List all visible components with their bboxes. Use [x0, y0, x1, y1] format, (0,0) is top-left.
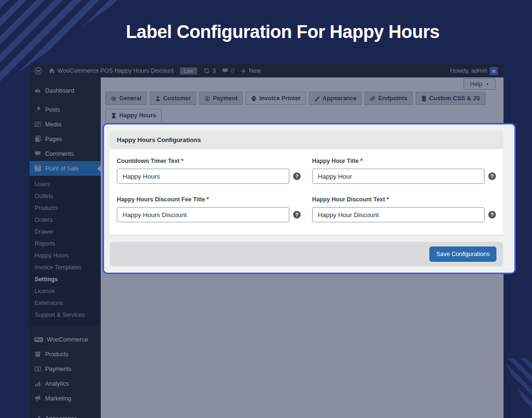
corner-stripes-bottom-right	[504, 358, 532, 418]
submenu-item-drawer[interactable]: Drawer	[29, 226, 101, 238]
sidebar-item-dashboard[interactable]: Dashboard	[29, 83, 101, 98]
howdy-text: Howdy, admin	[450, 67, 487, 74]
submenu-item-extensions[interactable]: Extensions	[29, 297, 101, 309]
tab-label: Customer	[163, 95, 191, 102]
megaphone-icon	[34, 395, 41, 402]
submenu-item-happy-hours[interactable]: Happy Hours	[29, 249, 101, 261]
submenu-item-reports[interactable]: Reports	[29, 238, 101, 249]
home-icon	[48, 67, 55, 74]
sidebar-item-label: Marketing	[45, 395, 71, 402]
submenu-item-settings[interactable]: Settings	[29, 273, 101, 285]
link-icon	[370, 95, 376, 102]
sidebar-item-label: Payments	[45, 366, 72, 372]
live-badge: Live	[180, 67, 197, 75]
help-circle-icon[interactable]: ?	[293, 172, 301, 180]
svg-text:$: $	[206, 97, 208, 101]
help-circle-icon[interactable]: ?	[293, 211, 301, 218]
account-menu[interactable]: Howdy, admin w	[450, 67, 498, 75]
updates-count: 3	[212, 67, 216, 74]
submenu-item-invoice-templates[interactable]: Invoice Templates	[29, 261, 101, 273]
site-name-link[interactable]: WooCommerce POS Happy Hours Discount	[48, 67, 174, 74]
avatar: w	[490, 67, 498, 75]
field-countdown-timer-text: Countdown Timer Text * ?	[117, 158, 301, 184]
new-content-link[interactable]: New	[240, 67, 261, 74]
update-icon	[203, 67, 210, 74]
wordpress-logo-icon[interactable]: W	[34, 67, 42, 75]
pages-icon	[34, 135, 41, 142]
admin-sidebar: Dashboard Posts Media Pages	[29, 77, 101, 418]
comments-link[interactable]: 0	[222, 67, 234, 74]
field-label: Happy Hour Title *	[312, 158, 496, 164]
panel-title: Happy Hours Configurations	[110, 131, 503, 149]
settings-content-area: Help ▼ General Customer	[101, 77, 504, 418]
sidebar-item-label: Products	[45, 351, 68, 358]
help-circle-icon[interactable]: ?	[488, 211, 496, 218]
submenu-item-orders[interactable]: Orders	[29, 214, 101, 226]
panel-footer: Save Configurations	[110, 242, 503, 266]
sidebar-item-woocommerce[interactable]: Woo WooCommerce	[29, 332, 101, 347]
comment-icon	[222, 67, 228, 74]
help-label: Help	[470, 81, 482, 87]
woocommerce-icon: Woo	[34, 337, 43, 342]
sidebar-item-products-wc[interactable]: Products	[29, 347, 101, 361]
media-icon	[34, 121, 41, 128]
dollar-circle-icon: $	[204, 95, 210, 102]
sidebar-item-point-of-sale[interactable]: Point of Sale	[29, 161, 101, 176]
sidebar-item-pages[interactable]: Pages	[29, 132, 101, 146]
sidebar-item-label: Posts	[45, 106, 60, 113]
paintbrush-icon	[314, 95, 320, 102]
happy-hour-discount-text-input[interactable]	[312, 207, 484, 222]
happy-hours-discount-fee-title-input[interactable]	[117, 207, 289, 222]
updates-link[interactable]: 3	[203, 67, 216, 74]
point-of-sale-submenu: Users Outlets Products Orders Drawer Rep…	[29, 176, 101, 326]
submenu-item-outlets[interactable]: Outlets	[29, 190, 101, 202]
tab-endpoints[interactable]: Endpoints	[364, 92, 412, 105]
field-happy-hour-discount-text: Happy Hour Discount Text * ?	[312, 196, 496, 222]
tab-label: Payment	[213, 95, 238, 102]
tab-invoice-printer[interactable]: Invoice Printer	[246, 92, 306, 105]
page: { "page_title": "Label Configuration For…	[0, 0, 532, 418]
field-label: Countdown Timer Text *	[117, 158, 301, 164]
printer-icon	[251, 95, 257, 102]
sidebar-item-appearance[interactable]: Appearance	[29, 411, 101, 418]
hourglass-icon	[111, 113, 117, 119]
submenu-item-license[interactable]: License	[29, 285, 101, 297]
countdown-timer-text-input[interactable]	[117, 169, 289, 184]
submenu-item-users[interactable]: Users	[29, 178, 101, 190]
banknote-icon: $	[34, 365, 41, 372]
save-configurations-button[interactable]: Save Configurations	[429, 247, 496, 262]
sidebar-item-marketing[interactable]: Marketing	[29, 391, 101, 406]
tab-happy-hours[interactable]: Happy Hours	[105, 109, 162, 122]
help-circle-icon[interactable]: ?	[488, 172, 496, 180]
tab-payment[interactable]: $ Payment	[199, 92, 243, 105]
tab-custom-css-js[interactable]: Custom CSS & JS	[416, 92, 485, 105]
tab-appearance[interactable]: Appearance	[309, 92, 362, 105]
happy-hours-configurations-postbox: Happy Hours Configurations Countdown Tim…	[110, 131, 503, 235]
sidebar-item-comments[interactable]: Comments	[29, 146, 101, 161]
svg-text:$: $	[37, 367, 39, 371]
settings-tabs: General Customer $ Payment	[105, 92, 495, 122]
tab-customer[interactable]: Customer	[150, 92, 196, 105]
bar-chart-icon	[34, 380, 41, 387]
sidebar-item-label: Appearance	[45, 415, 77, 418]
happy-hour-title-input[interactable]	[312, 169, 484, 184]
chevron-down-icon: ▼	[485, 82, 489, 86]
submenu-item-support-services[interactable]: Support & Services	[29, 309, 101, 321]
brush-icon	[34, 415, 41, 418]
site-name: WooCommerce POS Happy Hours Discount	[57, 67, 174, 74]
wp-admin-screenshot: W WooCommerce POS Happy Hours Discount L…	[29, 64, 504, 418]
svg-text:W: W	[36, 68, 40, 73]
tab-label: Endpoints	[378, 95, 407, 102]
comment-bubble-icon	[34, 150, 41, 157]
sidebar-item-posts[interactable]: Posts	[29, 102, 101, 117]
plus-icon	[240, 68, 247, 74]
field-label: Happy Hour Discount Text *	[312, 196, 496, 203]
tab-general[interactable]: General	[105, 92, 147, 105]
sidebar-item-media[interactable]: Media	[29, 117, 101, 132]
sidebar-item-payments[interactable]: $ Payments	[29, 361, 101, 376]
field-happy-hours-discount-fee-title: Happy Hours Discount Fee Title * ?	[117, 196, 301, 222]
tab-label: Appearance	[323, 95, 357, 102]
submenu-item-products[interactable]: Products	[29, 202, 101, 214]
help-button[interactable]: Help ▼	[464, 78, 495, 90]
sidebar-item-analytics[interactable]: Analytics	[29, 376, 101, 391]
